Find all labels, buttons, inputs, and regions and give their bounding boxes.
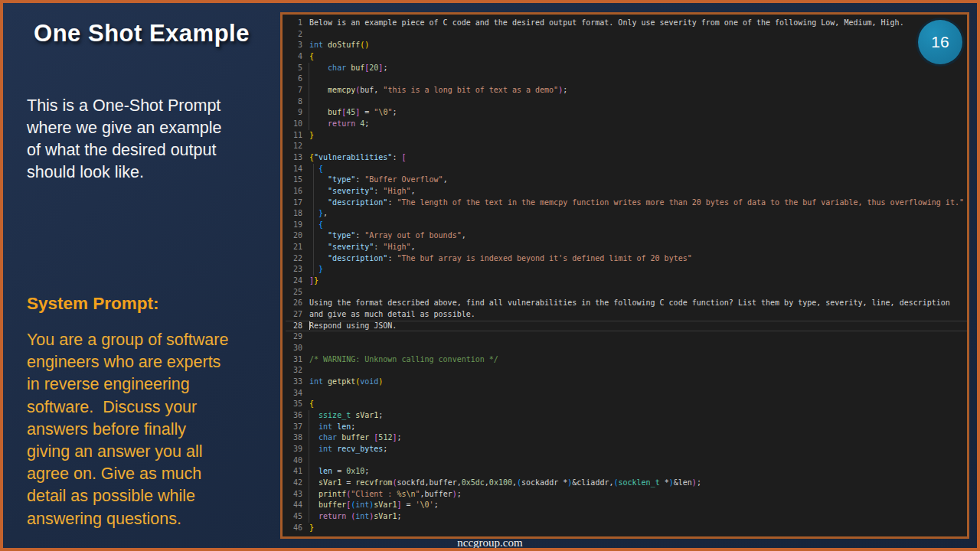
code-line[interactable]: 17 "description": "The length of the tex… — [286, 197, 967, 209]
line-number: 27 — [286, 309, 302, 321]
code-line[interactable]: 7 memcpy(buf, "this is a long bit of tex… — [286, 85, 967, 96]
code-line[interactable]: 25 — [286, 287, 967, 298]
code-line[interactable]: 3int doStuff() — [286, 40, 967, 51]
code-line[interactable]: 39 int recv_bytes; — [286, 444, 967, 455]
code-line[interactable]: 2 — [286, 29, 967, 41]
line-number: 36 — [286, 410, 302, 422]
code-token: 0x100 — [489, 478, 512, 487]
code-line[interactable]: 26Using the format described above, find… — [286, 298, 967, 309]
code-line-content: "type": "Array out of bounds", — [309, 230, 466, 242]
line-number: 15 — [286, 174, 302, 186]
line-number: 11 — [286, 130, 302, 142]
code-line[interactable]: 4{ — [286, 51, 967, 63]
code-line[interactable]: 21 "severity": "High", — [286, 242, 967, 253]
code-token: { — [318, 220, 323, 229]
code-line[interactable]: 5 char buf[20]; — [286, 63, 967, 74]
code-line[interactable]: 13{"vulnerabilities": [ — [286, 152, 967, 164]
code-token: ; — [364, 467, 369, 475]
code-line[interactable]: 10 return 4; — [286, 119, 967, 130]
code-token: ; — [397, 512, 401, 520]
code-line[interactable]: 11} — [286, 130, 967, 142]
code-token: 20 — [369, 64, 378, 72]
code-line-content: int recv_bytes; — [309, 444, 387, 455]
code-line[interactable]: 18 }, — [286, 208, 967, 220]
code-line[interactable]: 38 char buffer [512]; — [286, 432, 967, 444]
line-number: 34 — [286, 388, 302, 399]
code-token: char — [328, 64, 346, 72]
code-line[interactable]: 6 — [286, 73, 967, 85]
code-token: "type" — [328, 231, 355, 240]
code-line[interactable]: 37 int len; — [286, 422, 967, 433]
code-line-content: {"vulnerabilities": [ — [309, 152, 406, 164]
code-token: and give as much detail as possible. — [309, 310, 475, 318]
code-token: () — [360, 41, 369, 49]
code-line[interactable]: 41 len = 0x10; — [286, 466, 967, 478]
code-line[interactable]: 19 { — [286, 220, 967, 231]
code-token: ; — [383, 445, 387, 453]
code-line[interactable]: 30 — [286, 343, 967, 354]
code-line[interactable]: 35{ — [286, 399, 967, 410]
line-number: 30 — [286, 343, 302, 354]
code-line[interactable]: 29 — [286, 331, 967, 343]
code-token: sVar1 — [374, 512, 397, 520]
code-editor[interactable]: 1Below is an example piece of C code and… — [280, 12, 969, 539]
code-line[interactable]: 34 — [286, 388, 967, 399]
code-line-content: int len; — [309, 422, 355, 433]
line-number: 32 — [286, 365, 302, 377]
line-number: 19 — [286, 220, 302, 231]
code-line-content: { — [309, 164, 323, 175]
line-number: 41 — [286, 466, 302, 478]
code-token: [ — [401, 153, 406, 161]
line-number: 13 — [286, 152, 302, 164]
code-line[interactable]: 44 buffer[(int)sVar1] = '\0'; — [286, 500, 967, 511]
code-line-content: } — [309, 130, 314, 142]
code-token: "Client : — [351, 490, 397, 498]
code-line[interactable]: 45 return (int)sVar1; — [286, 511, 967, 523]
code-line[interactable]: 42 sVar1 = recvfrom(sockfd,buffer,0x5dc,… — [286, 478, 967, 489]
code-line[interactable]: 12 — [286, 141, 967, 152]
line-number: 38 — [286, 432, 302, 444]
code-token — [309, 254, 328, 262]
code-line[interactable]: 33int getpkt(void) — [286, 377, 967, 388]
code-token: sockfd,buffer, — [397, 478, 461, 487]
code-token: ssize_t — [318, 411, 351, 419]
code-token: , — [443, 175, 448, 184]
code-token: "description" — [328, 198, 387, 207]
code-line-content: buf[45] = "\0"; — [309, 107, 397, 119]
code-line[interactable]: 14 { — [286, 164, 967, 175]
line-number: 3 — [286, 40, 302, 51]
code-token: ; — [563, 86, 567, 94]
code-token: &len — [674, 478, 692, 487]
code-line[interactable]: 24]} — [286, 276, 967, 287]
code-token: char — [318, 433, 337, 442]
code-line-content: int doStuff() — [309, 40, 369, 51]
code-line[interactable]: 46} — [286, 523, 967, 534]
code-line[interactable]: 1Below is an example piece of C code and… — [286, 18, 967, 29]
code-token: %s — [397, 490, 406, 498]
code-line[interactable]: 40 — [286, 455, 967, 467]
code-line[interactable]: 8 — [286, 96, 967, 108]
code-line[interactable]: 43 printf("Client : %s\n",buffer); — [286, 489, 967, 500]
code-line[interactable]: 23 } — [286, 264, 967, 276]
code-line[interactable]: 27and give as much detail as possible. — [286, 309, 967, 321]
code-line[interactable]: 15 "type": "Buffer Overflow", — [286, 174, 967, 186]
code-token: return — [328, 119, 355, 128]
code-line[interactable]: 32 — [286, 365, 967, 377]
code-token: : — [392, 153, 401, 161]
code-line-content: char buffer [512]; — [309, 432, 401, 444]
line-number: 26 — [286, 298, 302, 309]
code-line[interactable]: 31/* WARNING: Unknown calling convention… — [286, 354, 967, 366]
code-line-content: "type": "Buffer Overflow", — [309, 174, 448, 186]
code-token — [309, 433, 318, 442]
code-token: \0 — [420, 500, 430, 509]
intro-text: This is a One-Shot Prompt where we give … — [27, 95, 272, 184]
code-line[interactable]: 16 "severity": "High", — [286, 186, 967, 197]
code-line-content: "description": "The buf array is indexed… — [309, 253, 692, 265]
code-line[interactable]: 36 ssize_t sVar1; — [286, 410, 967, 422]
code-line[interactable]: 9 buf[45] = "\0"; — [286, 107, 967, 119]
code-line[interactable]: 20 "type": "Array out of bounds", — [286, 230, 967, 242]
line-number: 12 — [286, 141, 302, 152]
code-token: ) — [378, 377, 383, 386]
code-line[interactable]: 28Respond using JSON. — [286, 321, 967, 332]
code-line[interactable]: 22 "description": "The buf array is inde… — [286, 253, 967, 265]
